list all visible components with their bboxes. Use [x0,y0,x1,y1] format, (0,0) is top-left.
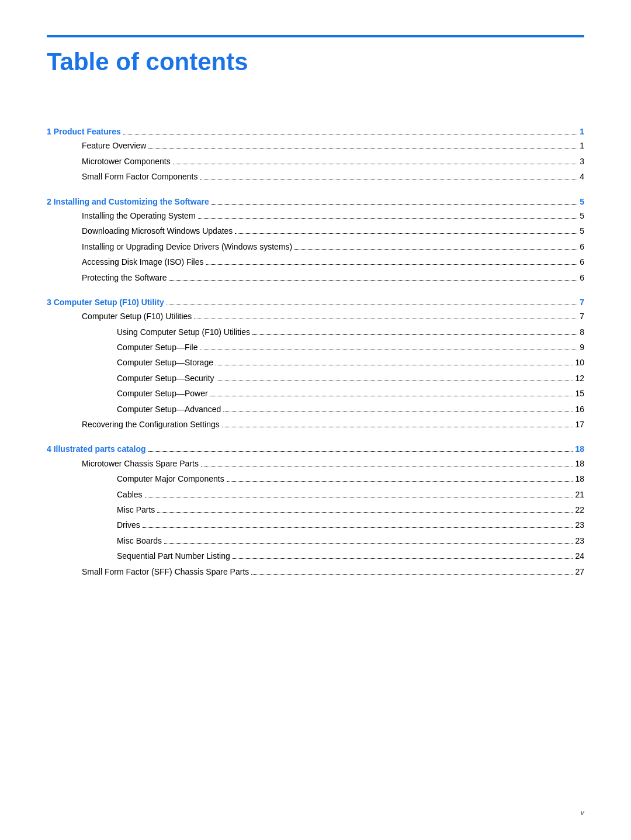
list-item: Installing the Operating System5 [47,209,584,222]
list-item: Misc Parts22 [47,503,584,516]
toc-entry-label: Cables [117,488,143,501]
toc-entry-page: 23 [575,518,584,531]
toc-entry-page: 21 [575,488,584,501]
toc-entry-dots [252,334,577,335]
toc-entry-label: Misc Boards [117,534,162,547]
toc-entry-label: Downloading Microsoft Windows Updates [82,224,233,237]
toc-entry-label: Microtower Chassis Spare Parts [82,457,199,470]
toc-entry-label: Computer Setup—File [117,341,198,354]
toc-container: 1 Product Features1Feature Overview1Micr… [47,125,584,578]
toc-entry-dots [143,527,573,528]
toc-entry-page: 12 [575,372,584,385]
list-item: Computer Setup—Security12 [47,372,584,385]
toc-entry-label: Installing the Operating System [82,209,196,222]
toc-entry-label: Computer Setup—Security [117,372,214,385]
toc-entry-page: 9 [580,341,584,354]
toc-entry-dots [200,350,578,350]
list-item: Feature Overview1 [47,139,584,152]
toc-entry-dots [233,558,573,559]
chapter-2-entry: 2 Installing and Customizing the Softwar… [47,195,584,208]
toc-entry-label: Recovering the Configuration Settings [82,418,220,431]
chapter-3-dots [167,305,578,305]
toc-entry-page: 16 [575,403,584,416]
footer-page-number: v [581,808,585,817]
toc-entry-dots [222,427,573,427]
toc-entry-dots [145,497,573,497]
list-item: Misc Boards23 [47,534,584,547]
chapter-3-entry: 3 Computer Setup (F10) Utility7 [47,296,584,309]
toc-entry-dots [223,412,573,412]
toc-chapter-1: 1 Product Features1Feature Overview1Micr… [47,125,584,184]
toc-entry-dots [200,179,577,179]
toc-entry-dots [169,280,578,281]
toc-entry-label: Misc Parts [117,503,155,516]
chapter-2-label: 2 Installing and Customizing the Softwar… [47,195,209,208]
toc-entry-page: 22 [575,503,584,516]
top-border [47,35,584,37]
list-item: Computer Setup—Power15 [47,387,584,400]
toc-entry-label: Computer Setup—Advanced [117,403,221,416]
toc-entry-label: Computer Setup—Power [117,387,208,400]
list-item: Small Form Factor (SFF) Chassis Spare Pa… [47,565,584,578]
chapter-3-label: 3 Computer Setup (F10) Utility [47,296,164,309]
list-item: Microtower Chassis Spare Parts18 [47,457,584,470]
list-item: Protecting the Software6 [47,271,584,284]
toc-entry-page: 4 [580,170,584,183]
toc-entry-label: Computer Major Components [117,472,224,485]
toc-entry-page: 23 [575,534,584,547]
toc-entry-dots [148,148,577,148]
list-item: Computer Setup—Advanced16 [47,403,584,416]
list-item: Computer Setup—Storage10 [47,356,584,369]
toc-entry-page: 18 [575,472,584,485]
list-item: Small Form Factor Components4 [47,170,584,183]
toc-entry-dots [194,319,577,319]
toc-entry-page: 5 [580,224,584,237]
chapter-4-entry: 4 Illustrated parts catalog18 [47,443,584,455]
toc-entry-dots [157,512,573,513]
chapter-2-dots [212,204,578,205]
toc-chapter-4: 4 Illustrated parts catalog18Microtower … [47,443,584,578]
toc-entry-label: Microtower Components [82,155,171,168]
chapter-1-entry: 1 Product Features1 [47,125,584,138]
toc-entry-label: Protecting the Software [82,271,167,284]
toc-entry-dots [251,574,573,575]
list-item: Cables21 [47,488,584,501]
toc-entry-dots [206,264,578,265]
chapter-4-page: 18 [575,443,584,455]
toc-entry-label: Feature Overview [82,139,146,152]
toc-entry-page: 18 [575,457,584,470]
chapter-1-dots [123,134,577,134]
toc-entry-page: 7 [580,310,584,323]
list-item: Downloading Microsoft Windows Updates5 [47,224,584,237]
toc-entry-page: 8 [580,326,584,338]
chapter-2-page: 5 [580,195,584,208]
list-item: Using Computer Setup (F10) Utilities8 [47,326,584,338]
chapter-3-page: 7 [580,296,584,309]
page-title: Table of contents [47,48,584,78]
toc-entry-label: Computer Setup—Storage [117,356,213,369]
toc-entry-label: Small Form Factor (SFF) Chassis Spare Pa… [82,565,249,578]
toc-entry-dots [201,466,573,466]
toc-entry-page: 27 [575,565,584,578]
chapter-4-dots [148,451,573,452]
toc-entry-page: 3 [580,155,584,168]
toc-entry-page: 6 [580,271,584,284]
toc-entry-page: 6 [580,255,584,268]
toc-entry-dots [235,233,577,234]
toc-entry-label: Computer Setup (F10) Utilities [82,310,192,323]
toc-entry-dots [294,249,577,250]
list-item: Recovering the Configuration Settings17 [47,418,584,431]
toc-entry-label: Small Form Factor Components [82,170,197,183]
list-item: Microtower Components3 [47,155,584,168]
toc-chapter-2: 2 Installing and Customizing the Softwar… [47,195,584,284]
list-item: Installing or Upgrading Device Drivers (… [47,240,584,253]
toc-entry-label: Sequential Part Number Listing [117,549,230,562]
toc-entry-dots [164,543,573,544]
toc-entry-dots [198,218,578,219]
chapter-1-page: 1 [580,125,584,138]
toc-chapter-3: 3 Computer Setup (F10) Utility7Computer … [47,296,584,431]
toc-entry-dots [217,381,573,381]
toc-entry-dots [227,481,573,482]
list-item: Computer Setup (F10) Utilities7 [47,310,584,323]
list-item: Accessing Disk Image (ISO) Files6 [47,255,584,268]
